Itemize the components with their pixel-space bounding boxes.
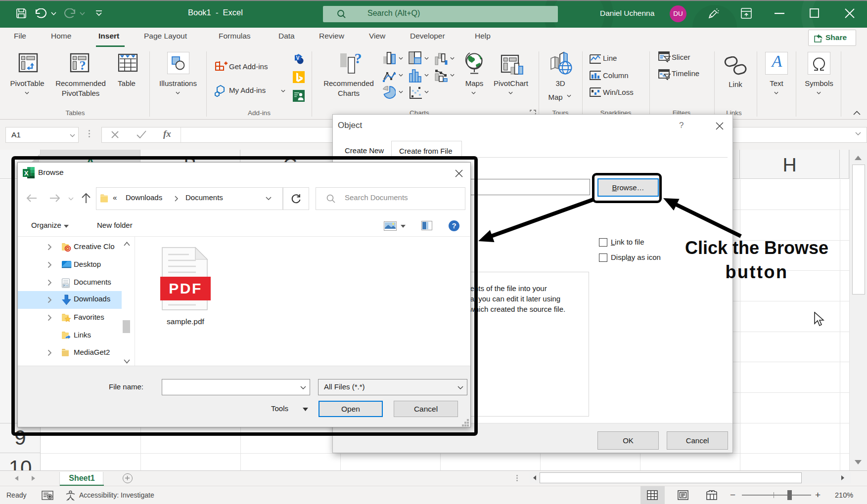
svg-text:PDF: PDF xyxy=(169,280,202,296)
svg-text:X: X xyxy=(24,169,29,177)
svg-text:V: V xyxy=(296,55,300,61)
svg-text:?: ? xyxy=(80,58,86,73)
svg-text:A: A xyxy=(771,53,782,70)
svg-text:?: ? xyxy=(355,52,362,66)
